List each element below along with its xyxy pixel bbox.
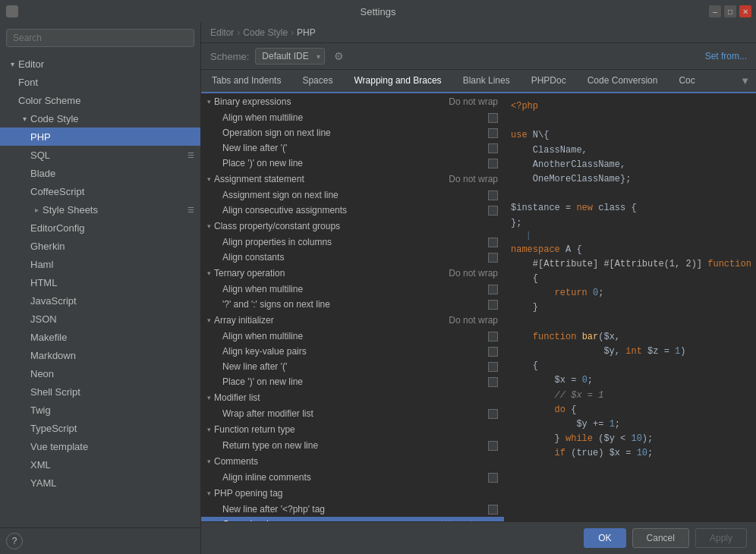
checkbox-align-consecutive[interactable] — [488, 206, 498, 216]
setting-assignment-sign-next-line[interactable]: Assignment sign on next line — [201, 187, 504, 203]
checkbox-wrap-modifier[interactable] — [488, 409, 498, 419]
search-input[interactable] — [6, 29, 194, 47]
code-line — [511, 316, 750, 330]
setting-place-paren-newline-2[interactable]: Place ')' on new line — [201, 374, 504, 389]
code-line: } — [511, 301, 750, 315]
sidebar-item-php[interactable]: PHP — [0, 127, 200, 146]
setting-return-type-new-line[interactable]: Return type on new line — [201, 438, 504, 453]
setting-align-consecutive[interactable]: Align consecutive assignments — [201, 203, 504, 218]
set-from-link[interactable]: Set from... — [705, 51, 747, 61]
group-comments[interactable]: ▾ Comments — [201, 453, 504, 470]
sidebar-item-color-scheme[interactable]: Color Scheme — [0, 91, 200, 109]
tab-spaces[interactable]: Spaces — [291, 70, 343, 93]
checkbox-align-multiline-2[interactable] — [488, 285, 498, 294]
window-close-button[interactable]: ✕ — [739, 5, 751, 17]
group-class-property[interactable]: ▾ Class property/constant groups — [201, 218, 504, 235]
sidebar-item-twig[interactable]: Twig — [0, 401, 200, 419]
sidebar-item-sql[interactable]: SQL ☰ — [0, 146, 200, 164]
tab-coc[interactable]: Coc — [668, 70, 705, 93]
checkbox-return-type[interactable] — [488, 441, 498, 451]
sidebar-item-yaml[interactable]: YAML — [0, 474, 200, 492]
setting-align-constants[interactable]: Align constants — [201, 250, 504, 265]
checkbox-new-line-paren-2[interactable] — [488, 362, 498, 372]
setting-wrap-after-modifier[interactable]: Wrap after modifier list — [201, 406, 504, 421]
tab-wrapping-braces[interactable]: Wrapping and Braces — [343, 70, 452, 93]
setting-new-line-after-paren-1[interactable]: New line after '(' — [201, 140, 504, 156]
sidebar-item-font[interactable]: Font — [0, 73, 200, 91]
scheme-select[interactable]: Default IDE — [255, 48, 325, 65]
setting-align-when-multiline-1[interactable]: Align when multiline — [201, 110, 504, 125]
scheme-label: Scheme: — [210, 51, 249, 62]
window-maximize-button[interactable]: □ — [724, 5, 736, 17]
sidebar-item-html[interactable]: HTML — [0, 273, 200, 291]
setting-align-when-multiline-2[interactable]: Align when multiline — [201, 282, 504, 297]
group-label: PHP opening tag — [214, 488, 283, 499]
group-arrow-icon: ▾ — [207, 394, 211, 401]
sidebar-item-coffeescript[interactable]: CoffeeScript — [0, 182, 200, 200]
setting-align-inline-comments[interactable]: Align inline comments — [201, 470, 504, 485]
sidebar-item-markdown[interactable]: Markdown — [0, 346, 200, 364]
checkbox-align-multiline-3[interactable] — [488, 332, 498, 342]
checkbox-question-colon[interactable] — [488, 300, 498, 310]
checkbox-align-properties[interactable] — [488, 238, 498, 247]
code-line: $y, int $z = 1) — [511, 345, 750, 359]
sidebar-item-haml[interactable]: Haml — [0, 255, 200, 273]
setting-new-line-php-tag[interactable]: New line after '<?php' tag — [201, 502, 504, 517]
content-area: ▾ Binary expressions Do not wrap Align w… — [201, 93, 756, 521]
sidebar-item-gherkin[interactable]: Gherkin — [0, 237, 200, 255]
setting-align-properties-columns[interactable]: Align properties in columns — [201, 235, 504, 250]
sidebar-item-json[interactable]: JSON — [0, 310, 200, 328]
breadcrumb-editor: Editor — [210, 27, 234, 38]
sidebar-item-neon[interactable]: Neon — [0, 364, 200, 382]
checkbox-align-constants[interactable] — [488, 253, 498, 263]
setting-operation-sign[interactable]: Operation sign on next line — [201, 125, 504, 140]
checkbox-assignment-sign[interactable] — [488, 190, 498, 200]
checkbox-place-paren-newline-1[interactable] — [488, 159, 498, 168]
scheme-gear-button[interactable]: ⚙ — [331, 49, 347, 64]
group-array-initializer[interactable]: ▾ Array initializer Do not wrap — [201, 312, 504, 329]
tab-phpdoc[interactable]: PHPDoc — [521, 70, 577, 93]
code-line — [511, 187, 750, 201]
sidebar-item-code-style[interactable]: ▾ Code Style — [0, 109, 200, 127]
tab-tabs-indents[interactable]: Tabs and Indents — [201, 70, 291, 93]
sidebar-item-style-sheets[interactable]: ▸ Style Sheets ☰ — [0, 200, 200, 219]
sidebar-item-blade[interactable]: Blade — [0, 164, 200, 182]
tabs-bar: Tabs and Indents Spaces Wrapping and Bra… — [201, 70, 756, 93]
group-modifier-list[interactable]: ▾ Modifier list — [201, 389, 504, 406]
group-function-return-type[interactable]: ▾ Function return type — [201, 421, 504, 438]
group-ternary-operation[interactable]: ▾ Ternary operation Do not wrap — [201, 265, 504, 282]
group-assignment-statement[interactable]: ▾ Assignment statement Do not wrap — [201, 171, 504, 187]
checkbox-align-kv[interactable] — [488, 347, 498, 357]
checkbox-align-comments[interactable] — [488, 473, 498, 483]
setting-align-key-value-pairs[interactable]: Align key-value pairs — [201, 344, 504, 359]
sidebar-item-makefile[interactable]: Makefile — [0, 328, 200, 346]
sidebar-item-vue-template[interactable]: Vue template — [0, 437, 200, 455]
sidebar-item-editorconfig[interactable]: EditorConfig — [0, 219, 200, 237]
checkbox-new-line-after-paren-1[interactable] — [488, 143, 498, 153]
tabs-more-icon[interactable]: ▼ — [734, 70, 756, 92]
ok-button[interactable]: OK — [584, 528, 625, 548]
cancel-button[interactable]: Cancel — [632, 528, 689, 548]
setting-align-when-multiline-3[interactable]: Align when multiline — [201, 329, 504, 344]
group-arrow-icon: ▾ — [207, 458, 211, 465]
checkbox-operation-sign[interactable] — [488, 128, 498, 138]
sidebar-item-shell-script[interactable]: Shell Script — [0, 382, 200, 401]
checkbox-align-when-multiline-1[interactable] — [488, 113, 498, 123]
tab-code-conversion[interactable]: Code Conversion — [577, 70, 669, 93]
group-binary-expressions[interactable]: ▾ Binary expressions Do not wrap — [201, 93, 504, 110]
help-button[interactable]: ? — [6, 533, 23, 549]
apply-button[interactable]: Apply — [695, 528, 747, 548]
tab-blank-lines[interactable]: Blank Lines — [452, 70, 521, 93]
setting-question-colon-next-line[interactable]: '?' and ':' signs on next line — [201, 297, 504, 312]
sidebar-item-editor[interactable]: ▾ Editor — [0, 55, 200, 73]
setting-new-line-after-paren-2[interactable]: New line after '(' — [201, 359, 504, 374]
sidebar-item-typescript[interactable]: TypeScript — [0, 419, 200, 437]
group-php-opening-tag[interactable]: ▾ PHP opening tag — [201, 485, 504, 502]
group-wrap-value: Do not wrap — [449, 174, 498, 184]
sidebar-item-xml[interactable]: XML — [0, 455, 200, 474]
checkbox-place-paren-2[interactable] — [488, 377, 498, 387]
sidebar-item-javascript[interactable]: JavaScript — [0, 291, 200, 310]
setting-place-paren-newline-1[interactable]: Place ')' on new line — [201, 156, 504, 171]
checkbox-php-tag[interactable] — [488, 505, 498, 515]
window-minimize-button[interactable]: – — [709, 5, 721, 17]
